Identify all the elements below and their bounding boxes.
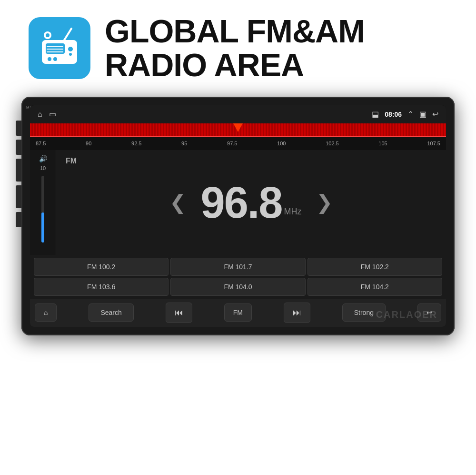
scale-975: 97.5 [227,141,237,146]
prev-icon: ⏮ [175,308,183,317]
vol-down-button[interactable] [16,185,21,208]
window-icon[interactable]: ▣ [419,110,426,119]
home-button[interactable]: ⌂ [35,303,57,322]
preset-5[interactable]: FM 104.0 [170,278,305,296]
scale-1075: 107.5 [427,141,440,146]
freq-scale: 87.5 90 92.5 95 97.5 100 102.5 105 107.5 [30,137,446,150]
preset-6[interactable]: FM 104.2 [307,278,442,296]
strong-button[interactable]: Strong [342,303,386,322]
top-section: GLOBAL FM&AM RADIO AREA [0,0,476,92]
back-ctrl-button[interactable]: ↩ [417,303,441,322]
scale-90: 90 [86,141,91,146]
vol-up-button[interactable] [16,159,21,182]
rst-button[interactable] [16,212,21,227]
status-right: ⬓ 08:06 ⌃ ▣ ↩ [372,110,438,119]
svg-point-10 [48,57,51,61]
bottom-controls: ⌂ Search ⏮ FM ⏭ Strong ↩ [30,299,446,327]
svg-line-7 [64,29,71,40]
freq-nav: ❮ 96.8 MHz ❯ [169,181,332,224]
freq-indicator [233,123,243,132]
scale-95: 95 [181,141,187,146]
left-buttons [16,121,21,227]
frequency-display: 96.8 [200,181,282,224]
volume-icon: 🔊 [39,155,47,162]
status-left: ⌂ ▭ [38,110,56,119]
screen: ⌂ ▭ ⬓ 08:06 ⌃ ▣ ↩ 87.5 90 92.5 [30,105,446,327]
screen-status-icon[interactable]: ▭ [49,110,56,119]
svg-point-6 [69,53,72,56]
back-icon[interactable]: ↩ [432,110,438,119]
scale-1025: 102.5 [326,141,339,146]
radio-icon [38,27,81,70]
home-icon: ⌂ [44,309,48,316]
bluetooth-icon: ⬓ [372,110,379,119]
freq-display: FM ❮ 96.8 MHz ❯ [56,150,446,255]
freq-unit: MHz [284,207,302,217]
up-arrow-icon: ⌃ [407,110,414,119]
scale-925: 92.5 [131,141,141,146]
band-button[interactable]: FM [224,303,252,322]
status-time: 08:06 [385,111,402,118]
volume-sidebar: 🔊 10 [30,150,56,255]
power-button[interactable] [16,121,21,136]
scale-105: 105 [378,141,387,146]
preset-1[interactable]: FM 100.2 [34,258,169,276]
home-status-icon[interactable]: ⌂ [38,110,42,119]
radio-icon-box [29,17,90,79]
prev-freq-button[interactable]: ❮ [169,191,186,214]
volume-number: 10 [40,165,46,171]
volume-fill [41,212,44,243]
presets-grid: FM 100.2 FM 101.7 FM 102.2 FM 103.6 FM 1… [30,255,446,299]
title-text: GLOBAL FM&AM RADIO AREA [105,14,365,82]
preset-2[interactable]: FM 101.7 [170,258,305,276]
preset-3[interactable]: FM 102.2 [307,258,442,276]
status-bar: ⌂ ▭ ⬓ 08:06 ⌃ ▣ ↩ [30,105,446,123]
next-freq-button[interactable]: ❯ [316,191,333,214]
svg-point-11 [53,57,57,61]
volume-bar[interactable] [41,176,44,243]
radio-main: 🔊 10 FM ❮ 96.8 MHz ❯ [30,150,446,255]
svg-point-5 [68,47,73,51]
freq-bar-container[interactable]: 87.5 90 92.5 95 97.5 100 102.5 105 107.5 [30,123,446,150]
scale-100: 100 [277,141,286,146]
prev-button[interactable]: ⏮ [166,303,192,323]
back-side-button[interactable] [16,140,21,155]
device-wrapper: MIC ⌂ ▭ ⬓ 08:06 ⌃ ▣ ↩ [0,97,476,335]
band-label: FM [66,157,77,165]
device-outer: MIC ⌂ ▭ ⬓ 08:06 ⌃ ▣ ↩ [21,97,455,335]
next-icon: ⏭ [293,308,301,317]
svg-point-9 [46,33,50,37]
scale-875: 87.5 [36,141,46,146]
search-button[interactable]: Search [89,303,133,322]
preset-4[interactable]: FM 103.6 [34,278,169,296]
next-button[interactable]: ⏭ [284,303,310,323]
